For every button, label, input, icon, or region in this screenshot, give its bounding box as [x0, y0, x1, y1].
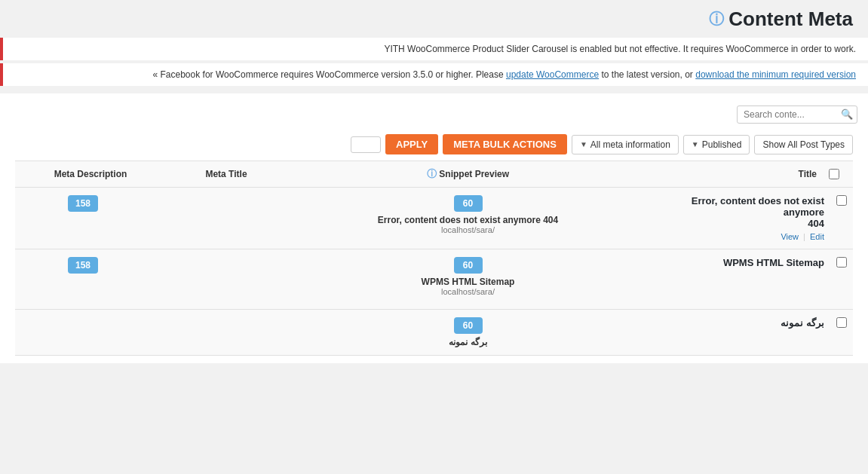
- row3-snippet-col: 60 برگه نمونه: [287, 310, 649, 355]
- header-meta-desc-text: Meta Description: [54, 169, 127, 179]
- snippet-help-icon[interactable]: ⓘ: [427, 168, 437, 179]
- row1-snippet-col: 60 Error, content does not exist anymore…: [287, 188, 649, 249]
- row1-snippet-score: 60: [454, 195, 483, 212]
- search-input[interactable]: [737, 106, 857, 124]
- search-icon: 🔍: [841, 109, 853, 124]
- header-meta-desc-col: Meta Description: [23, 169, 158, 179]
- row1-meta-title-col: [151, 188, 287, 249]
- header-meta-title-col: Meta Title: [158, 169, 294, 179]
- table-row: Error, content does not exist anymore 40…: [15, 188, 853, 249]
- row3-checkbox[interactable]: [836, 317, 847, 328]
- row1-view-link[interactable]: View: [781, 232, 799, 241]
- row1-actions: View | Edit: [655, 232, 824, 241]
- row2-snippet-col: 60 WPMS HTML Sitemap /localhost/sara: [287, 249, 649, 309]
- meta-filter-label: All meta information: [590, 139, 670, 150]
- row3-snippet-title: برگه نمونه: [449, 337, 486, 347]
- table-row: برگه نمونه 60 برگه نمونه: [15, 310, 853, 356]
- row1-snippet-title: Error, content does not exist anymore 40…: [378, 215, 558, 225]
- download-woocommerce-link[interactable]: download the minimum required version: [695, 69, 856, 80]
- content-area: 🔍 10 APPLY META BULK ACTIONS ▼ All meta …: [0, 93, 868, 363]
- header-title-text: Title: [799, 169, 817, 179]
- row1-meta-desc-col: 158: [15, 188, 151, 249]
- header-title-col: Title: [642, 169, 823, 179]
- header-area: ⓘ Content Meta: [0, 0, 868, 35]
- per-page-input[interactable]: 10: [351, 136, 381, 153]
- notice-facebook-middle: to the latest version, or: [601, 69, 692, 80]
- meta-filter-dropdown[interactable]: ▼ All meta information: [572, 135, 679, 154]
- row2-meta-desc-score: 158: [68, 257, 98, 274]
- row1-meta-desc-score: 158: [68, 195, 98, 212]
- header-snippet-text: Snippet Preview: [439, 169, 509, 179]
- status-filter-label: Published: [702, 139, 742, 150]
- status-filter-dropdown[interactable]: ▼ Published: [683, 135, 750, 154]
- select-all-checkbox[interactable]: [829, 169, 839, 179]
- row3-title-col: برگه نمونه: [649, 310, 830, 355]
- notice-facebook-text: Facebook for WooCommerce requires WooCom…: [161, 69, 504, 80]
- row1-title: Error, content does not exist anymore 40…: [655, 195, 824, 229]
- row1-edit-link[interactable]: Edit: [810, 232, 824, 241]
- row2-meta-desc-col: 158: [15, 249, 151, 309]
- row2-title-col: WPMS HTML Sitemap: [649, 249, 830, 309]
- meta-filter-chevron: ▼: [580, 140, 587, 148]
- row2-snippet-url: /localhost/sara: [441, 287, 495, 296]
- notice-facebook: « Facebook for WooCommerce requires WooC…: [0, 63, 868, 86]
- apply-button[interactable]: APPLY: [385, 134, 438, 154]
- row1-checkbox-col: [830, 188, 853, 249]
- row2-checkbox[interactable]: [836, 257, 847, 268]
- header-snippet-col: ⓘ Snippet Preview: [294, 167, 642, 181]
- bulk-actions-button[interactable]: META BULK ACTIONS: [443, 134, 567, 154]
- post-type-button[interactable]: Show All Post Types: [754, 135, 853, 154]
- notice-yith: YITH WooCommerce Product Slider Carousel…: [0, 38, 868, 60]
- content-meta-help-icon[interactable]: ⓘ: [709, 9, 724, 29]
- row2-snippet-title: WPMS HTML Sitemap: [422, 277, 515, 287]
- row2-meta-title-col: [151, 249, 287, 309]
- header-meta-title-text: Meta Title: [205, 169, 247, 179]
- page-wrapper: ⓘ Content Meta YITH WooCommerce Product …: [0, 0, 868, 474]
- notice-facebook-prefix: «: [152, 69, 158, 80]
- row3-meta-title-col: [151, 310, 287, 355]
- toolbar: 10 APPLY META BULK ACTIONS ▼ All meta in…: [15, 128, 853, 161]
- row2-snippet-score: 60: [454, 257, 483, 274]
- row1-snippet-url: /localhost/sara: [441, 225, 495, 234]
- table-header: Title ⓘ Snippet Preview Meta Title Meta …: [15, 161, 853, 188]
- search-bar: 🔍: [15, 101, 853, 128]
- row2-checkbox-col: [830, 249, 853, 309]
- row3-snippet-score: 60: [454, 317, 483, 334]
- page-title: ⓘ Content Meta: [15, 8, 853, 31]
- row3-title: برگه نمونه: [655, 317, 824, 329]
- page-title-text: Content Meta: [728, 8, 853, 31]
- status-filter-chevron: ▼: [692, 140, 699, 148]
- row2-title: WPMS HTML Sitemap: [655, 257, 824, 268]
- row1-title-col: Error, content does not exist anymore 40…: [649, 188, 830, 249]
- table-row: WPMS HTML Sitemap 60 WPMS HTML Sitemap /…: [15, 249, 853, 310]
- header-checkbox-col: [823, 169, 845, 179]
- row3-meta-desc-col: [15, 310, 151, 355]
- row1-checkbox[interactable]: [836, 195, 847, 206]
- row3-checkbox-col: [830, 310, 853, 355]
- notice-yith-text: YITH WooCommerce Product Slider Carousel…: [384, 44, 856, 54]
- update-woocommerce-link[interactable]: update WooCommerce: [506, 69, 599, 80]
